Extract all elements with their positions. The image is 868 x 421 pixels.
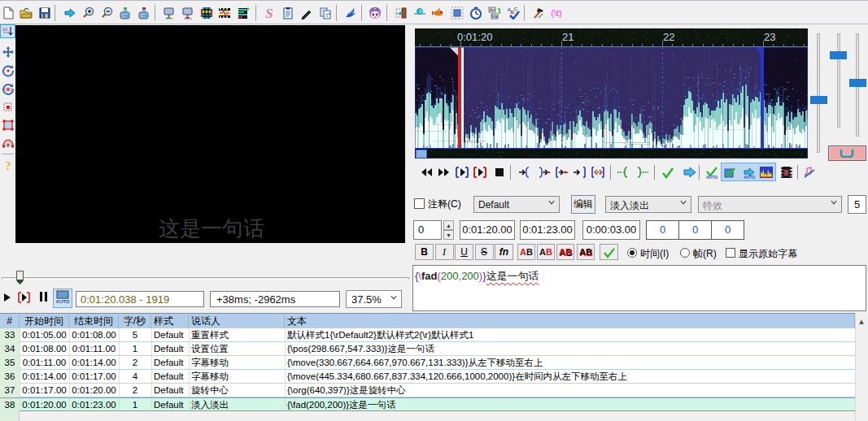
svg-text:?: ? [6, 160, 11, 172]
svg-text:(\t): (\t) [551, 8, 561, 18]
svg-text:T: T [325, 12, 329, 19]
svg-text:AUTO: AUTO [706, 175, 718, 180]
svg-text:AUTO: AUTO [744, 175, 755, 180]
svg-text:C: C [514, 7, 518, 11]
svg-text:An: An [490, 7, 495, 12]
svg-text:S: S [265, 7, 273, 20]
svg-text:Ma: Ma [491, 14, 499, 19]
svg-text:10: 10 [2, 27, 8, 32]
